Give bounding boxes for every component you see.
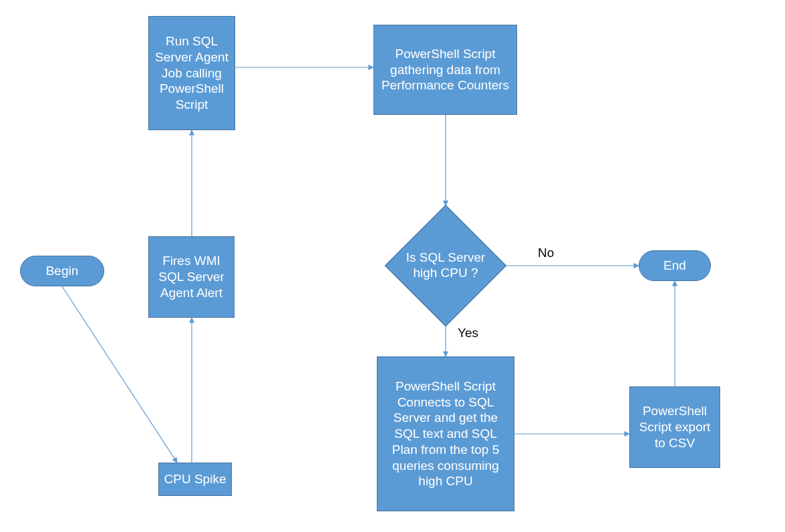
export-label: PowerShell Script export to CSV <box>634 403 716 451</box>
edge-label-no: No <box>538 246 554 260</box>
connect-label: PowerShell Script Connects to SQL Server… <box>381 378 510 489</box>
cpu-spike-label: CPU Spike <box>164 471 226 487</box>
terminator-end: End <box>639 250 711 281</box>
gather-label: PowerShell Script gathering data from Pe… <box>378 46 512 93</box>
begin-label: Begin <box>46 264 79 278</box>
process-wmi-alert: Fires WMI SQL Server Agent Alert <box>148 236 234 318</box>
wmi-alert-label: Fires WMI SQL Server Agent Alert <box>153 253 230 300</box>
end-label: End <box>663 258 686 273</box>
process-run-job: Run SQL Server Agent Job calling PowerSh… <box>148 16 235 130</box>
process-connect-sql: PowerShell Script Connects to SQL Server… <box>377 356 514 511</box>
process-gather-data: PowerShell Script gathering data from Pe… <box>373 25 517 115</box>
process-export-csv: PowerShell Script export to CSV <box>629 386 720 468</box>
decision-label: Is SQL Server high CPU ? <box>385 206 506 326</box>
decision-high-cpu: Is SQL Server high CPU ? <box>385 206 506 326</box>
process-cpu-spike: CPU Spike <box>158 463 232 496</box>
run-job-label: Run SQL Server Agent Job calling PowerSh… <box>153 33 230 113</box>
edge-label-yes: Yes <box>458 326 478 340</box>
terminator-begin: Begin <box>20 256 104 286</box>
